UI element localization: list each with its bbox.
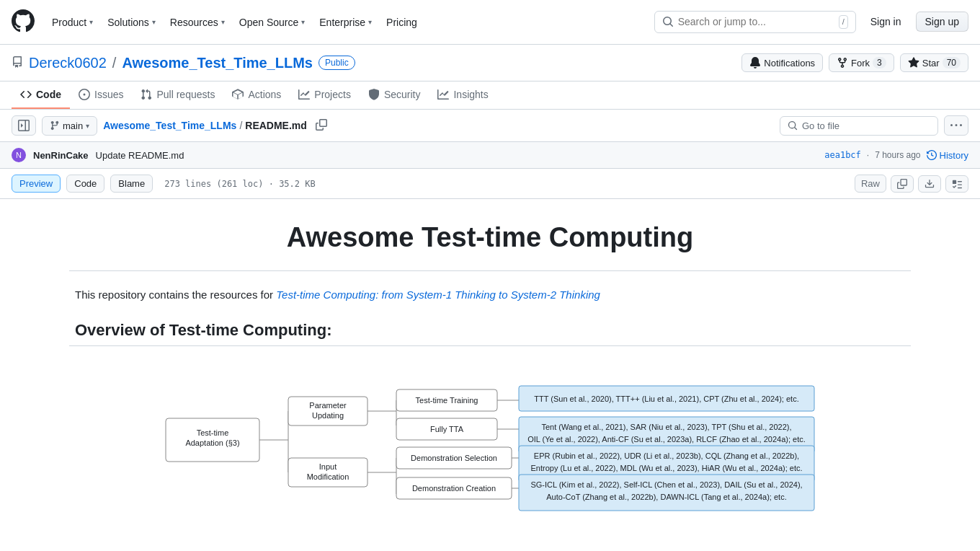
github-logo[interactable] bbox=[12, 9, 35, 35]
file-stats: 273 lines (261 loc) · 35.2 KB bbox=[164, 179, 316, 189]
repo-actions: Notifications Fork 3 Star 70 bbox=[741, 53, 968, 72]
projects-icon bbox=[298, 89, 310, 100]
go-to-file-button[interactable]: Go to file bbox=[780, 116, 938, 136]
tab-pull-requests[interactable]: Pull requests bbox=[132, 81, 223, 109]
repo-visibility-badge: Public bbox=[318, 56, 355, 70]
svg-text:OIL (Ye et al., 2022), Anti-CF: OIL (Ye et al., 2022), Anti-CF (Su et al… bbox=[527, 435, 806, 444]
nav-product-chevron: ▾ bbox=[89, 18, 93, 26]
nav-enterprise-label: Enterprise bbox=[319, 17, 365, 28]
nav-solutions-chevron: ▾ bbox=[152, 18, 156, 26]
nav-enterprise[interactable]: Enterprise ▾ bbox=[313, 12, 378, 32]
nav-opensource[interactable]: Open Source ▾ bbox=[233, 12, 311, 32]
tab-security-label: Security bbox=[384, 89, 421, 100]
breadcrumb-file: README.md bbox=[245, 120, 307, 131]
nav-resources[interactable]: Resources ▾ bbox=[164, 12, 231, 32]
star-button[interactable]: Star 70 bbox=[900, 53, 968, 72]
file-toolbar-right: Go to file bbox=[780, 116, 938, 136]
breadcrumb-repo-link[interactable]: Awesome_Test_Time_LLMs bbox=[103, 120, 236, 131]
nav-solutions-label: Solutions bbox=[107, 17, 149, 28]
tab-projects[interactable]: Projects bbox=[290, 81, 360, 109]
svg-text:Updating: Updating bbox=[312, 411, 344, 420]
repo-owner-link[interactable]: Dereck0602 bbox=[29, 55, 107, 71]
sign-in-button[interactable]: Sign in bbox=[862, 12, 910, 31]
code-button[interactable]: Code bbox=[66, 175, 104, 193]
sign-up-button[interactable]: Sign up bbox=[916, 12, 968, 32]
nav-opensource-label: Open Source bbox=[239, 17, 299, 28]
copy-path-button[interactable] bbox=[313, 116, 330, 136]
history-link[interactable]: History bbox=[927, 150, 968, 161]
copy-icon bbox=[316, 119, 327, 131]
tab-issues[interactable]: Issues bbox=[70, 81, 132, 109]
more-options-icon bbox=[950, 120, 962, 131]
svg-text:Demonstration Selection: Demonstration Selection bbox=[411, 454, 497, 462]
tab-code-label: Code bbox=[36, 89, 61, 100]
commit-separator: · bbox=[867, 150, 869, 160]
star-count: 70 bbox=[943, 57, 961, 69]
commit-hash[interactable]: aea1bcf bbox=[824, 150, 861, 160]
nav-enterprise-chevron: ▾ bbox=[368, 18, 372, 26]
branch-selector[interactable]: main ▾ bbox=[42, 116, 97, 136]
nav-product[interactable]: Product ▾ bbox=[46, 12, 99, 32]
branch-icon bbox=[50, 120, 60, 131]
issues-icon bbox=[79, 89, 90, 100]
diagram-container: Test-time Adaptation (§3) Parameter Upda… bbox=[69, 361, 911, 519]
pr-icon bbox=[141, 89, 152, 100]
outline-button[interactable] bbox=[945, 175, 968, 193]
repo-name-link[interactable]: Awesome_Test_Time_LLMs bbox=[122, 55, 313, 71]
overview-diagram: Test-time Adaptation (§3) Parameter Upda… bbox=[144, 361, 836, 519]
readme-intro-link[interactable]: Test-time Computing: from System-1 Think… bbox=[276, 288, 600, 301]
copy-content-button[interactable] bbox=[891, 175, 914, 193]
nav-opensource-chevron: ▾ bbox=[301, 18, 305, 26]
tab-security[interactable]: Security bbox=[360, 81, 429, 109]
download-button[interactable] bbox=[918, 175, 941, 193]
tab-insights[interactable]: Insights bbox=[429, 81, 496, 109]
nav-pricing[interactable]: Pricing bbox=[380, 12, 423, 32]
readme-intro: This repository contains the resources f… bbox=[69, 288, 911, 301]
readme-content: Awesome Test-time Computing This reposit… bbox=[58, 199, 922, 551]
commit-author[interactable]: NenRinCake bbox=[33, 150, 89, 161]
more-options-button[interactable] bbox=[944, 115, 968, 136]
file-view-bar: Preview Code Blame 273 lines (261 loc) ·… bbox=[0, 169, 980, 199]
star-label: Star bbox=[922, 58, 940, 69]
readme-intro-text: This repository contains the resources f… bbox=[75, 288, 276, 301]
blame-button[interactable]: Blame bbox=[110, 175, 153, 193]
raw-button[interactable]: Raw bbox=[855, 175, 886, 193]
svg-text:Adaptation (§3): Adaptation (§3) bbox=[185, 438, 239, 447]
notifications-button[interactable]: Notifications bbox=[741, 53, 823, 72]
preview-button[interactable]: Preview bbox=[12, 175, 61, 193]
commit-row: N NenRinCake Update README.md aea1bcf · … bbox=[0, 142, 980, 169]
svg-text:Fully TTA: Fully TTA bbox=[430, 425, 464, 433]
svg-text:Parameter: Parameter bbox=[309, 401, 347, 410]
tab-actions[interactable]: Actions bbox=[223, 81, 290, 109]
svg-text:EPR (Rubin et al., 2022), UDR : EPR (Rubin et al., 2022), UDR (Li et al.… bbox=[534, 451, 799, 460]
nav-solutions[interactable]: Solutions ▾ bbox=[102, 12, 161, 32]
author-avatar: N bbox=[12, 148, 26, 162]
history-icon bbox=[927, 150, 937, 160]
toggle-sidebar-button[interactable] bbox=[12, 115, 36, 136]
breadcrumb-sep: / bbox=[239, 120, 242, 131]
search-icon-small bbox=[788, 120, 798, 131]
file-actions: Raw bbox=[855, 175, 968, 193]
svg-text:Test-time Training: Test-time Training bbox=[416, 396, 478, 405]
svg-text:Test-time: Test-time bbox=[197, 428, 229, 437]
actions-icon bbox=[232, 89, 244, 100]
download-icon bbox=[925, 179, 935, 189]
commit-meta: aea1bcf · 7 hours ago History bbox=[824, 150, 968, 161]
search-bar[interactable]: / bbox=[654, 11, 856, 33]
tab-actions-label: Actions bbox=[248, 89, 281, 100]
nav-right: / Sign in Sign up bbox=[654, 11, 968, 33]
repo-separator: / bbox=[112, 55, 117, 71]
go-to-file-label: Go to file bbox=[802, 120, 839, 131]
tab-code[interactable]: Code bbox=[12, 81, 70, 109]
code-icon bbox=[20, 89, 32, 100]
commit-message: Update README.md bbox=[96, 150, 184, 161]
fork-button[interactable]: Fork 3 bbox=[829, 53, 894, 72]
svg-text:Tent (Wang et al., 2021), SAR : Tent (Wang et al., 2021), SAR (Niu et al… bbox=[541, 423, 791, 431]
search-input[interactable] bbox=[678, 16, 834, 27]
svg-text:Modification: Modification bbox=[307, 472, 349, 481]
copy-content-icon bbox=[897, 179, 907, 189]
repo-header: Dereck0602 / Awesome_Test_Time_LLMs Publ… bbox=[0, 45, 980, 81]
svg-text:Entropy (Lu et al., 2022), MDL: Entropy (Lu et al., 2022), MDL (Wu et al… bbox=[530, 464, 802, 472]
nav-resources-chevron: ▾ bbox=[221, 18, 225, 26]
fork-count: 3 bbox=[873, 57, 886, 69]
